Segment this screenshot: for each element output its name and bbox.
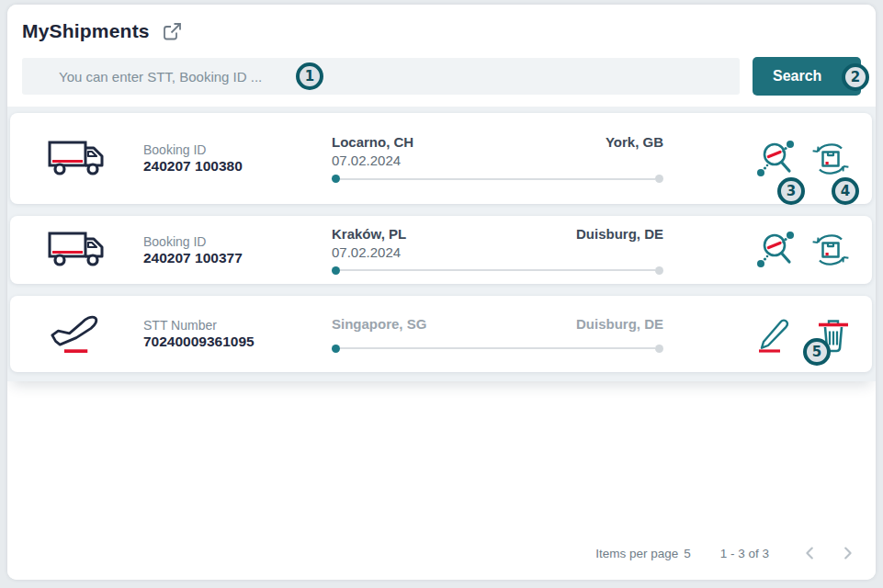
myshipments-page: MyShipments Search: [0, 0, 883, 588]
callout-badge-2: 2: [842, 63, 869, 91]
id-label: STT Number: [143, 318, 332, 333]
route-cell: Locarno, CH York, GB 07.02.2024: [332, 134, 663, 183]
footer-section: Items per page 5 1 - 3 of 3: [7, 381, 876, 580]
destination-city: York, GB: [606, 134, 663, 150]
package-status-icon[interactable]: [809, 139, 852, 179]
actions-cell: [755, 229, 852, 271]
progress-start-dot: [332, 266, 340, 275]
id-value: 240207 100380: [143, 158, 332, 175]
shipment-row-1[interactable]: Booking ID 240207 100380 Locarno, CH Yor…: [10, 113, 872, 204]
progress-bar: [332, 175, 663, 183]
progress-start-dot: [332, 345, 340, 353]
transport-cell: [10, 310, 143, 359]
pagination-nav: [802, 545, 855, 561]
chevron-right-icon[interactable]: [839, 545, 855, 561]
progress-end-dot: [655, 266, 663, 275]
package-status-icon[interactable]: [809, 230, 852, 270]
progress-line: [340, 269, 655, 271]
shipment-list: Booking ID 240207 100380 Locarno, CH Yor…: [7, 107, 876, 381]
shipment-id-cell: Booking ID 240207 100377: [143, 234, 332, 266]
id-label: Booking ID: [143, 234, 332, 249]
items-per-page-value[interactable]: 5: [684, 547, 691, 560]
callout-badge-4: 4: [832, 177, 859, 205]
pagination-range: 1 - 3 of 3: [720, 547, 769, 560]
search-row: Search: [22, 57, 861, 96]
shipment-id-cell: STT Number 70240009361095: [143, 318, 332, 350]
truck-icon: [47, 227, 108, 273]
progress-end-dot: [655, 345, 663, 353]
transport-cell: [10, 136, 143, 182]
shipment-id-cell: Booking ID 240207 100380: [143, 142, 332, 175]
destination-city: Duisburg, DE: [576, 226, 663, 242]
edit-pencil-icon[interactable]: [755, 315, 792, 354]
airplane-icon: [50, 310, 105, 359]
pagination-bar: Items per page 5 1 - 3 of 3: [7, 545, 876, 580]
origin-city: Kraków, PL: [332, 226, 406, 242]
progress-bar: [332, 266, 663, 275]
header-section: MyShipments Search: [7, 5, 876, 107]
callout-badge-5: 5: [803, 338, 831, 366]
shipment-date: 07.02.2024: [332, 243, 663, 261]
shipment-date: 07.02.2024: [332, 152, 663, 169]
truck-icon: [47, 136, 108, 182]
progress-end-dot: [655, 175, 663, 183]
shipment-row-2[interactable]: Booking ID 240207 100377 Kraków, PL Duis…: [10, 216, 872, 284]
chevron-left-icon[interactable]: [802, 545, 819, 561]
id-value: 70240009361095: [143, 334, 332, 350]
origin-city: Locarno, CH: [332, 134, 413, 150]
tracking-search-icon[interactable]: [755, 138, 796, 180]
progress-line: [340, 178, 655, 180]
route-cell: Kraków, PL Duisburg, DE 07.02.2024: [332, 226, 663, 275]
page-title: MyShipments: [22, 20, 150, 42]
items-per-page-label: Items per page: [595, 547, 678, 560]
shipment-row-3[interactable]: STT Number 70240009361095 Singapore, SG …: [10, 296, 872, 372]
callout-badge-1: 1: [296, 62, 323, 90]
id-value: 240207 100377: [143, 250, 332, 266]
callout-badge-3: 3: [777, 177, 805, 205]
external-link-icon[interactable]: [161, 20, 183, 42]
transport-cell: [10, 227, 143, 273]
actions-cell: [755, 138, 852, 180]
search-input[interactable]: [22, 58, 740, 95]
origin-city: Singapore, SG: [332, 316, 426, 332]
progress-bar: [332, 345, 663, 353]
main-container: MyShipments Search: [7, 5, 876, 580]
progress-start-dot: [332, 175, 340, 183]
id-label: Booking ID: [143, 142, 332, 157]
title-row: MyShipments: [22, 20, 861, 42]
destination-city: Duisburg, DE: [576, 316, 663, 332]
progress-line: [340, 347, 655, 349]
route-cell: Singapore, SG Duisburg, DE: [332, 316, 663, 353]
tracking-search-icon[interactable]: [755, 229, 796, 271]
